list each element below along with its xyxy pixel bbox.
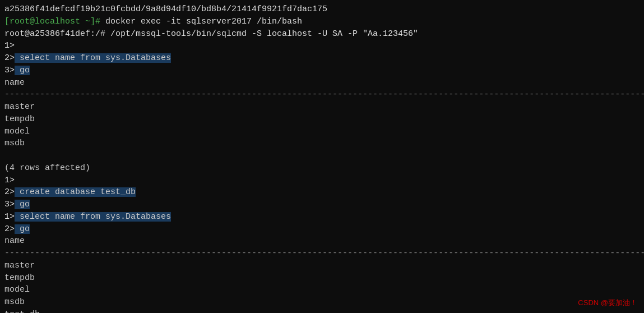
line-sql-2: 2> select name from sys.Databases [4, 52, 640, 65]
sql-prompt-1b: 1> [4, 176, 15, 185]
result-row-msdb-1: msdb [4, 137, 640, 150]
sql-go-3: go [15, 224, 30, 234]
result-row-msdb-2: msdb [4, 296, 640, 309]
sql-prompt-2b: 2> [4, 187, 15, 197]
sql-prompt-1: 1> [4, 41, 15, 50]
divider-1: ----------------------------------------… [4, 89, 640, 101]
line-sqlcmd: root@a25386f41def:/# /opt/mssql-tools/bi… [4, 28, 640, 40]
sql-prompt-2a: 2> [4, 53, 15, 63]
result-row-testdb: test_db [4, 309, 640, 313]
line-sql-2c: 2> go [4, 223, 640, 236]
result-row-master-1: master [4, 101, 640, 113]
sql-prompt-1c: 1> [4, 212, 15, 222]
sql-prompt-2c: 2> [4, 224, 15, 234]
line-sql-1: 1> [4, 40, 640, 52]
result-row-model-1: model [4, 126, 640, 138]
line-sql-1b: 1> [4, 174, 640, 187]
sql-go-1: go [15, 66, 30, 75]
sql-prompt-3b: 3> [4, 200, 15, 209]
watermark: CSDN @要加油！ [578, 298, 637, 309]
line-hash: a25386f41defcdf19b21c0fcbdd/9a8d94df10/b… [4, 3, 640, 16]
line-sql-3: 3> go [4, 65, 640, 77]
rows-affected-1: (4 rows affected) [4, 162, 640, 174]
sql-select-2: select name from sys.Databases [15, 212, 171, 222]
sql-create: create database test_db [15, 187, 136, 197]
sql-go-2: go [15, 200, 30, 209]
result-header-2: name [4, 235, 640, 247]
line-sql-3b: 3> go [4, 199, 640, 211]
result-row-model-2: model [4, 284, 640, 296]
blank-1 [4, 150, 640, 162]
result-row-tempdb-1: tempdb [4, 113, 640, 126]
line-docker-cmd: [root@localhost ~]# docker exec -it sqls… [4, 16, 640, 28]
result-row-master-2: master [4, 260, 640, 272]
result-header-1: name [4, 77, 640, 89]
sql-prompt-3a: 3> [4, 66, 15, 75]
result-row-tempdb-2: tempdb [4, 272, 640, 284]
terminal: a25386f41defcdf19b21c0fcbdd/9a8d94df10/b… [0, 0, 644, 313]
sql-select-1: select name from sys.Databases [15, 53, 171, 63]
line-sql-1c: 1> select name from sys.Databases [4, 211, 640, 223]
prompt-user: [root@localhost ~]# [4, 17, 100, 26]
divider-2: ----------------------------------------… [4, 247, 640, 260]
cmd-docker: docker exec -it sqlserver2017 /bin/bash [100, 17, 302, 26]
line-sql-2b: 2> create database test_db [4, 186, 640, 199]
